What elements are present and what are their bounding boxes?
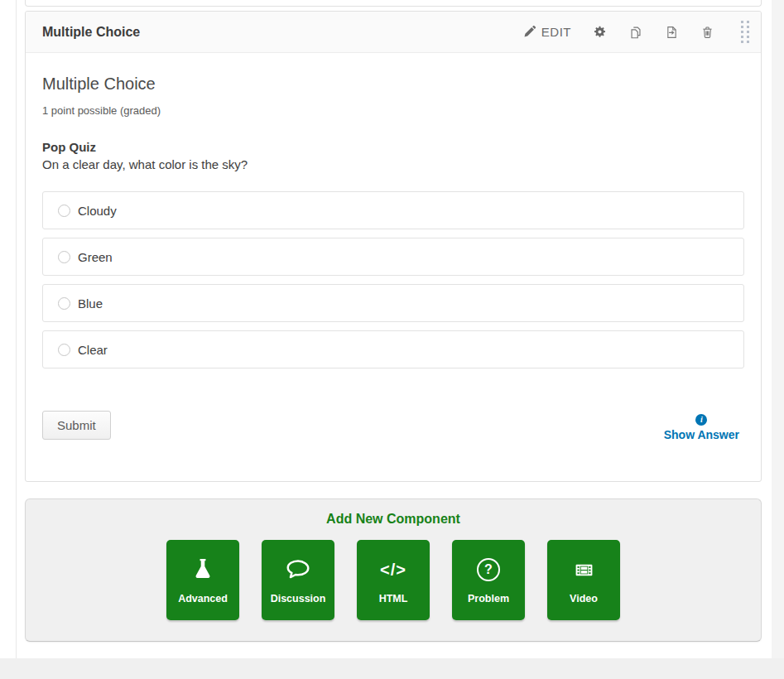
add-advanced-button[interactable]: Advanced	[166, 540, 239, 620]
answer-option-blue[interactable]: Blue	[42, 284, 744, 322]
duplicate-icon	[628, 25, 643, 40]
add-discussion-button[interactable]: Discussion	[262, 540, 334, 620]
answer-option-label: Green	[78, 250, 113, 264]
problem-action-row: Submit i Show Answer	[42, 411, 744, 441]
component-actions: EDIT	[523, 21, 749, 43]
radio-button[interactable]	[58, 297, 70, 310]
duplicate-button[interactable]	[628, 25, 643, 40]
answer-option-cloudy[interactable]: Cloudy	[42, 191, 744, 229]
answer-option-green[interactable]: Green	[42, 238, 744, 276]
submit-button[interactable]: Submit	[42, 411, 111, 440]
settings-button[interactable]	[593, 25, 607, 39]
add-new-component-title: Add New Component	[26, 512, 761, 527]
code-icon: </>	[380, 556, 406, 584]
previous-component-card-edge	[25, 0, 762, 7]
info-circle-icon: i	[695, 414, 707, 426]
answer-option-clear[interactable]: Clear	[42, 330, 744, 368]
unit-container-edge	[16, 0, 17, 658]
answer-option-label: Cloudy	[78, 204, 117, 218]
question-text: On a clear day, what color is the sky?	[42, 157, 744, 171]
component-header: Multiple Choice EDIT	[26, 12, 761, 53]
problem-body: Multiple Choice 1 point possible (graded…	[26, 53, 761, 441]
page-right-gutter	[772, 0, 784, 658]
move-button[interactable]	[665, 25, 679, 40]
multiple-choice-component-card: Multiple Choice EDIT	[25, 11, 762, 482]
component-button-label: HTML	[379, 593, 408, 604]
component-button-label: Discussion	[271, 593, 326, 604]
film-strip-icon	[571, 556, 597, 584]
component-button-label: Video	[570, 593, 598, 604]
question-glyph: ?	[477, 558, 500, 581]
problem-title: Multiple Choice	[42, 75, 744, 94]
pencil-icon	[523, 26, 536, 38]
component-button-label: Advanced	[178, 593, 228, 604]
radio-button[interactable]	[58, 251, 70, 263]
add-html-button[interactable]: </> HTML	[357, 540, 430, 620]
drag-handle-icon[interactable]	[741, 21, 749, 43]
add-video-button[interactable]: Video	[547, 540, 620, 620]
edit-button-label: EDIT	[541, 25, 571, 39]
add-new-component-panel: Add New Component Advanced Discussion </…	[25, 498, 762, 642]
answer-option-label: Clear	[78, 343, 108, 357]
gear-icon	[593, 25, 607, 39]
move-icon	[665, 25, 679, 40]
delete-button[interactable]	[700, 25, 714, 40]
code-glyph: </>	[380, 561, 406, 580]
question-circle-icon: ?	[477, 556, 500, 584]
edit-button[interactable]: EDIT	[523, 25, 571, 39]
show-answer-block: i Show Answer	[664, 411, 739, 441]
flask-icon	[192, 556, 214, 584]
add-problem-button[interactable]: ? Problem	[452, 540, 525, 620]
radio-button[interactable]	[58, 205, 70, 217]
show-answer-link[interactable]: Show Answer	[664, 428, 739, 441]
component-title: Multiple Choice	[42, 25, 140, 40]
points-possible-text: 1 point possible (graded)	[42, 104, 744, 117]
speech-bubble-icon	[285, 556, 311, 584]
page-footer-band	[0, 658, 784, 679]
component-type-buttons: Advanced Discussion </> HTML ? Problem	[26, 540, 761, 620]
trash-icon	[700, 25, 714, 40]
component-button-label: Problem	[468, 593, 509, 604]
radio-button[interactable]	[58, 344, 70, 356]
answer-options: Cloudy Green Blue Clear	[42, 191, 744, 368]
question-heading: Pop Quiz	[42, 140, 744, 154]
answer-option-label: Blue	[78, 296, 103, 311]
